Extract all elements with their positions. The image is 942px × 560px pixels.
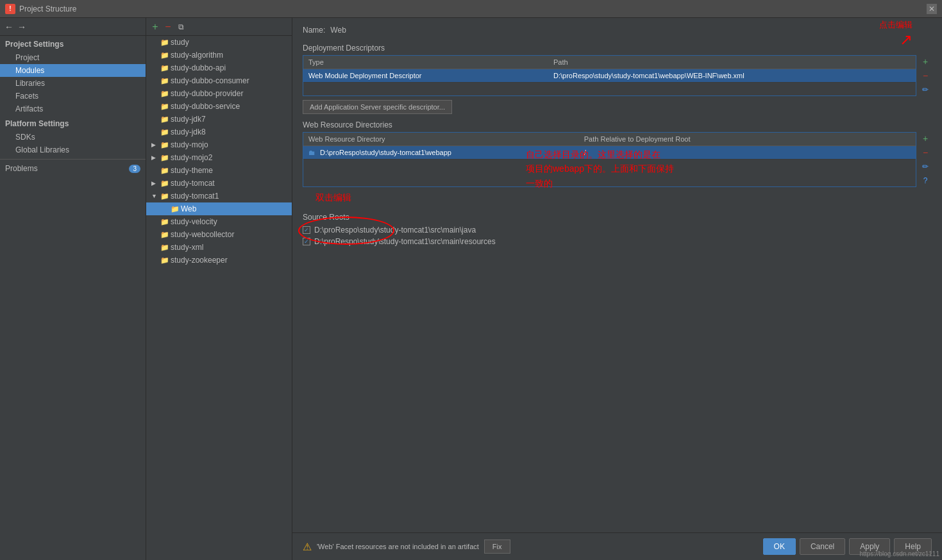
module-tree: 📁study 📁study-algorithm 📁study-dubbo-api…	[146, 36, 292, 560]
source-item-java: ✓ D:\proRespo\study\study-tomcat1\src\ma…	[303, 224, 932, 236]
source-roots-section: Source Roots ✓ D:\proRespo\study\study-t…	[303, 213, 932, 247]
remove-web-resource-button[interactable]: −	[919, 146, 932, 159]
tree-item-study-dubbo-api[interactable]: 📁study-dubbo-api	[146, 62, 292, 74]
tree-item-study[interactable]: 📁study	[146, 36, 292, 49]
copy-module-button[interactable]: ⧉	[176, 22, 186, 32]
dir-icon: 🖿	[308, 149, 315, 156]
add-row-button[interactable]: +	[919, 55, 932, 68]
modules-label: Modules	[15, 66, 44, 75]
annotation-double-click: 双击编辑	[315, 192, 932, 204]
tree-item-study-algorithm[interactable]: 📁study-algorithm	[146, 49, 292, 62]
forward-button[interactable]: →	[17, 22, 27, 32]
deployment-descriptors-title: Deployment Descriptors	[303, 44, 932, 53]
table-row[interactable]: 🖿 D:\proRespo\study\study-tomcat1\webapp…	[303, 146, 916, 160]
name-row: Name: Web	[303, 26, 932, 35]
tree-item-study-velocity[interactable]: 📁study-velocity	[146, 215, 292, 228]
folder-icon: 📁	[160, 256, 169, 265]
folder-icon: 📁	[160, 115, 169, 124]
add-module-button[interactable]: +	[150, 22, 160, 32]
tree-item-web[interactable]: 📁Web	[146, 202, 292, 215]
tree-item-study-zookeeper[interactable]: 📁study-zookeeper	[146, 254, 292, 267]
checkbox-java[interactable]: ✓	[303, 226, 310, 234]
warning-icon: ⚠	[303, 541, 312, 553]
cell-path: D:\proRespo\study\study-tomcat1\webapp\W…	[548, 69, 916, 83]
remove-row-button[interactable]: −	[919, 69, 932, 82]
problems-label: Problems	[5, 164, 38, 173]
content-panel: Name: Web Deployment Descriptors Type	[292, 18, 942, 560]
deployment-table-wrapper: Type Path Web Module Deployment Descript…	[303, 55, 932, 96]
sidebar-item-project[interactable]: Project	[0, 51, 146, 64]
warning-text: 'Web' Facet resources are not included i…	[317, 543, 479, 550]
folder-icon: 📁	[160, 64, 169, 72]
sidebar-item-modules[interactable]: Modules	[0, 64, 146, 77]
sidebar-item-facets[interactable]: Facets	[0, 90, 146, 103]
deployment-descriptors-section: Deployment Descriptors Type Path	[303, 44, 932, 114]
platform-settings-label: Platform Settings	[0, 115, 146, 131]
folder-icon: 📁	[160, 179, 169, 188]
sidebar-item-problems[interactable]: Problems 3	[0, 162, 146, 175]
cell-type: Web Module Deployment Descriptor	[303, 69, 548, 83]
tree-item-study-xml[interactable]: 📁study-xml	[146, 241, 292, 254]
title-bar: ! Project Structure ✕	[0, 0, 942, 18]
sidebar-item-artifacts[interactable]: Artifacts	[0, 103, 146, 115]
remove-module-button[interactable]: −	[163, 22, 173, 32]
edit-row-button[interactable]: ✏	[919, 83, 932, 96]
tree-item-study-mojo[interactable]: ▶📁study-mojo	[146, 138, 292, 151]
folder-icon: 📁	[160, 128, 169, 136]
deployment-table-container: Type Path Web Module Deployment Descript…	[303, 55, 916, 96]
web-resource-section: Web Resource Directories Web Resource Di…	[303, 120, 932, 204]
source-roots-title: Source Roots	[303, 213, 932, 222]
folder-icon: 📁	[160, 103, 169, 111]
source-item-resources: ✓ D:\proRespo\study\study-tomcat1\src\ma…	[303, 236, 932, 247]
tree-item-study-webcollector[interactable]: 📁study-webcollector	[146, 228, 292, 241]
tree-item-study-dubbo-provider[interactable]: 📁study-dubbo-provider	[146, 87, 292, 100]
cancel-button[interactable]: Cancel	[800, 538, 845, 555]
tree-item-study-dubbo-consumer[interactable]: 📁study-dubbo-consumer	[146, 74, 292, 87]
folder-icon: 📁	[160, 192, 169, 201]
folder-icon: 📁	[160, 38, 169, 47]
folder-icon: 📁	[160, 90, 169, 98]
tree-item-study-jdk8[interactable]: 📁study-jdk8	[146, 126, 292, 138]
fix-button[interactable]: Fix	[484, 539, 510, 554]
sidebar-toolbar: ← →	[0, 18, 146, 36]
tree-item-study-jdk7[interactable]: 📁study-jdk7	[146, 113, 292, 126]
close-button[interactable]: ✕	[927, 4, 937, 14]
project-label: Project	[15, 53, 39, 62]
help-web-resource-button[interactable]: ?	[919, 174, 932, 187]
toggle-icon: ▶	[151, 154, 159, 161]
title-bar-left: ! Project Structure	[5, 4, 76, 14]
watermark: https://blog.csdn.net/zc1111	[859, 550, 939, 557]
warning-area: ⚠ 'Web' Facet resources are not included…	[303, 539, 510, 554]
folder-icon: 📁	[160, 77, 169, 85]
tree-item-study-tomcat[interactable]: ▶📁study-tomcat	[146, 177, 292, 190]
sidebar-item-libraries[interactable]: Libraries	[0, 77, 146, 90]
folder-icon: 📁	[160, 231, 169, 239]
checkbox-resources[interactable]: ✓	[303, 238, 310, 245]
tree-item-study-mojo2[interactable]: ▶📁study-mojo2	[146, 151, 292, 164]
libraries-label: Libraries	[15, 79, 45, 88]
sidebar: ← → Project Settings Project Modules Lib…	[0, 18, 146, 560]
add-descriptor-button[interactable]: Add Application Server specific descript…	[303, 100, 452, 114]
sdks-label: SDKs	[15, 133, 35, 142]
sidebar-item-sdks[interactable]: SDKs	[0, 131, 146, 144]
folder-icon: 📁	[160, 141, 169, 149]
back-button[interactable]: ←	[4, 22, 14, 32]
col-path: Path	[548, 56, 916, 69]
tree-item-study-theme[interactable]: 📁study-theme	[146, 164, 292, 177]
web-resource-table-container: Web Resource Directory Path Relative to …	[303, 132, 916, 187]
ok-button[interactable]: OK	[763, 538, 796, 555]
web-resource-table-buttons: + − ✏ ?	[919, 132, 932, 187]
cell-relative-path: /	[579, 146, 916, 160]
table-row[interactable]: Web Module Deployment Descriptor D:\proR…	[303, 69, 916, 83]
folder-icon: 📁	[160, 154, 169, 162]
edit-web-resource-button[interactable]: ✏	[919, 160, 932, 173]
tree-item-study-tomcat1[interactable]: ▼📁study-tomcat1	[146, 190, 292, 202]
add-web-resource-button[interactable]: +	[919, 132, 932, 145]
problems-badge: 3	[129, 165, 140, 173]
col-web-resource-dir: Web Resource Directory	[303, 133, 579, 146]
folder-icon: 📁	[160, 218, 169, 226]
bottom-bar: ⚠ 'Web' Facet resources are not included…	[292, 532, 942, 560]
folder-icon: 📁	[160, 243, 169, 252]
sidebar-item-global-libraries[interactable]: Global Libraries	[0, 144, 146, 156]
tree-item-study-dubbo-service[interactable]: 📁study-dubbo-service	[146, 100, 292, 113]
